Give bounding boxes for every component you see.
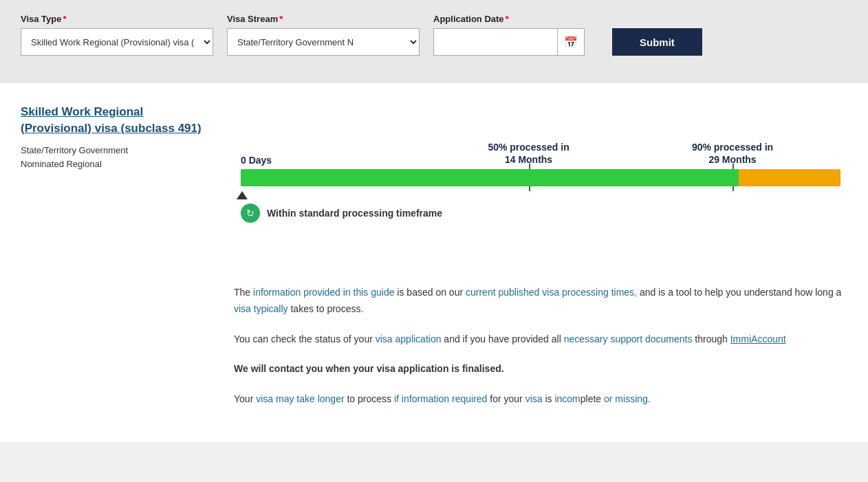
timeline-90-label: 90% processed in29 Months <box>692 141 773 166</box>
visa-type-field: Visa Type* Skilled Work Regional (Provis… <box>21 14 213 56</box>
progress-green <box>241 169 739 186</box>
timeline-50-label: 50% processed in14 Months <box>488 141 569 166</box>
timeline-container: 0 Days 50% processed in14 Months 90% pro… <box>234 104 847 264</box>
immiaccount-link[interactable]: ImmiAccount <box>730 333 786 344</box>
application-date-input[interactable]: 06/07/2024 <box>433 28 557 56</box>
info-section: The information provided in this guide i… <box>234 285 847 408</box>
application-date-label: Application Date* <box>433 14 585 24</box>
status-icon: ↻ <box>241 204 260 223</box>
status-row: ↻ Within standard processing timeframe <box>241 204 840 223</box>
info-para-1: The information provided in this guide i… <box>234 285 847 318</box>
visa-type-label: Visa Type* <box>21 14 213 24</box>
top-bar: Visa Type* Skilled Work Regional (Provis… <box>0 0 868 73</box>
application-date-field: Application Date* 06/07/2024 📅 <box>433 14 585 56</box>
progress-orange <box>739 169 840 186</box>
visa-line2: Nominated Regional <box>21 157 213 172</box>
visa-stream-select[interactable]: State/Territory Government N <box>227 28 420 56</box>
status-text: Within standard processing timeframe <box>267 208 442 219</box>
info-para-3: We will contact you when your visa appli… <box>234 361 847 377</box>
divider <box>0 73 868 83</box>
info-para-2: You can check the status of your visa ap… <box>234 331 847 348</box>
current-position-indicator <box>237 191 248 199</box>
visa-type-select[interactable]: Skilled Work Regional (Provisional) visa… <box>21 28 213 56</box>
date-input-wrapper: 06/07/2024 📅 <box>433 28 585 56</box>
triangle-indicator <box>237 191 248 199</box>
content-area: Skilled Work Regional (Provisional) visa… <box>0 83 868 442</box>
right-panel: 0 Days 50% processed in14 Months 90% pro… <box>234 104 847 421</box>
info-para-4: Your visa may take longer to process if … <box>234 391 847 408</box>
progress-bar <box>241 169 840 190</box>
timeline-start-label: 0 Days <box>241 155 272 166</box>
calendar-button[interactable]: 📅 <box>557 28 585 56</box>
visa-line1: State/Territory Government <box>21 144 213 158</box>
left-panel: Skilled Work Regional (Provisional) visa… <box>21 104 213 421</box>
visa-stream-label: Visa Stream* <box>227 14 420 24</box>
submit-button[interactable]: Submit <box>612 28 702 56</box>
visa-stream-field: Visa Stream* State/Territory Government … <box>227 14 420 56</box>
progress-bar-bg <box>241 169 840 186</box>
visa-title[interactable]: Skilled Work Regional (Provisional) visa… <box>21 104 213 137</box>
